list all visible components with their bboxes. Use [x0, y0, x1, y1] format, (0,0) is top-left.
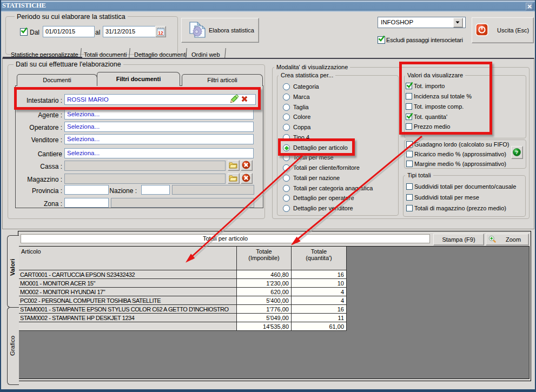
svg-text:12: 12 [158, 30, 163, 36]
svg-text:?: ? [515, 149, 519, 155]
